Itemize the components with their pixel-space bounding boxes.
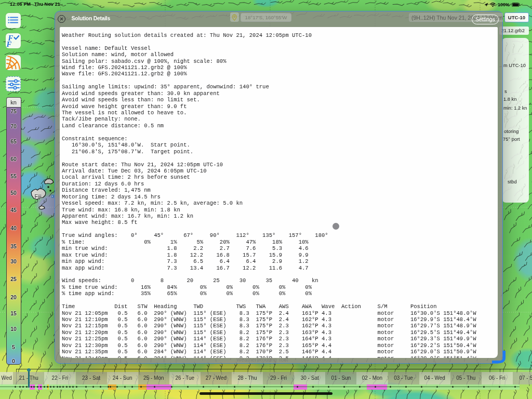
svg-text:F: F [6, 40, 12, 48]
